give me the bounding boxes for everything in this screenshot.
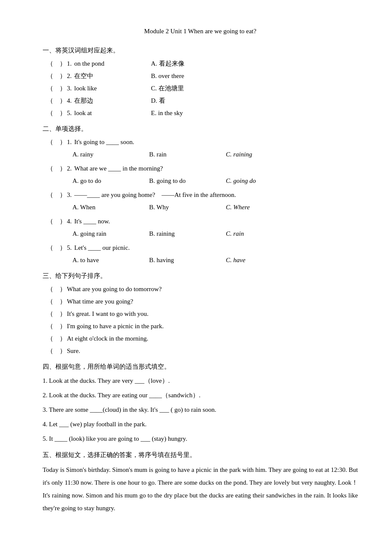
bracket-2-5: （ ） <box>47 242 66 254</box>
fill-3: 3. There are some ____(cloud) in the sky… <box>43 403 358 416</box>
match-left-3: look like <box>74 83 151 94</box>
order-row-4: （ ） I'm going to have a picnic in the pa… <box>43 321 358 332</box>
q2-2-choices: A. go to do B. going to do C. going do <box>43 175 358 187</box>
order-row-5: （ ） At eight o'clock in the morning. <box>43 333 358 344</box>
order-bracket-2: （ ） <box>47 296 66 307</box>
match-left-1: on the pond <box>74 58 151 69</box>
match-row-2: （ ） 2. 在空中 B. over there <box>43 70 358 82</box>
q2-3-choices: A. When B. Why C. Where <box>43 202 358 213</box>
section4-items: 1. Look at the ducks. They are very ___（… <box>43 374 358 445</box>
q2-4-text: It's ____ now. <box>74 216 110 227</box>
match-num-4: 4. <box>67 95 72 107</box>
q2-3-row: （ ） 3. ——____ are you going home? ——At f… <box>43 189 358 201</box>
bracket-2-3: （ ） <box>47 189 66 201</box>
bracket-3: （ ） <box>47 83 66 94</box>
bracket-1: （ ） <box>47 58 66 69</box>
order-text-6: Sure. <box>67 345 80 357</box>
choice-2-2-c: C. going do <box>226 175 303 187</box>
match-row-5: （ ） 5. look at E. in the sky <box>43 107 358 119</box>
q2-4-choices: A. going rain B. raining C. rain <box>43 228 358 240</box>
order-bracket-3: （ ） <box>47 308 66 320</box>
match-num-1: 1. <box>67 58 72 69</box>
match-num-2: 2. <box>67 70 72 82</box>
bracket-2-4: （ ） <box>47 216 66 227</box>
choice-2-5-b: B. having <box>149 254 226 266</box>
order-row-2: （ ） What time are you going? <box>43 296 358 307</box>
q2-4-row: （ ） 4. It's ____ now. <box>43 216 358 227</box>
q2-4-num: 4. <box>67 216 72 227</box>
match-num-5: 5. <box>67 107 72 119</box>
fill-5: 5. It ____ (look) like you are going to … <box>43 432 358 445</box>
choice-2-1-a: A. rainy <box>72 149 149 160</box>
choice-2-3-c: C. Where <box>226 202 303 213</box>
bracket-2-1: （ ） <box>47 136 66 148</box>
order-text-2: What time are you going? <box>67 296 133 307</box>
section2-title: 二、单项选择。 <box>43 123 358 135</box>
bracket-4: （ ） <box>47 95 66 107</box>
passage: Today is Simon's birthday. Simon's mum i… <box>43 463 358 515</box>
q2-1-choices: A. rainy B. rain C. raining <box>43 149 358 160</box>
order-row-3: （ ） It's great. I want to go with you. <box>43 308 358 320</box>
q2-1-text: It's going to ____ soon. <box>74 136 134 148</box>
q2-3-num: 3. <box>67 189 72 201</box>
q2-5-num: 5. <box>67 242 72 254</box>
section1-items: （ ） 1. on the pond A. 看起来像 （ ） 2. 在空中 B.… <box>43 58 358 119</box>
q2-2-row: （ ） 2. What are we ____ in the morning? <box>43 163 358 174</box>
q2-2-num: 2. <box>67 163 72 174</box>
choice-2-3-a: A. When <box>72 202 149 213</box>
match-row-4: （ ） 4. 在那边 D. 看 <box>43 95 358 107</box>
match-row-1: （ ） 1. on the pond A. 看起来像 <box>43 58 358 69</box>
choice-2-4-c: C. rain <box>226 228 303 240</box>
choice-2-1-b: B. rain <box>149 149 226 160</box>
choice-2-3-b: B. Why <box>149 202 226 213</box>
q2-5-row: （ ） 5. Let's ____ our picnic. <box>43 242 358 254</box>
match-right-5: E. in the sky <box>151 107 183 119</box>
choice-2-4-a: A. going rain <box>72 228 149 240</box>
choice-2-2-b: B. going to do <box>149 175 226 187</box>
match-num-3: 3. <box>67 83 72 94</box>
order-bracket-6: （ ） <box>47 345 66 357</box>
order-text-3: It's great. I want to go with you. <box>67 308 148 320</box>
order-text-4: I'm going to have a picnic in the park. <box>67 321 164 332</box>
q2-5-choices: A. to have B. having C. have <box>43 254 358 266</box>
section4-title: 四、根据句意，用所给单词的适当形式填空。 <box>43 361 358 373</box>
bracket-5: （ ） <box>47 107 66 119</box>
order-bracket-4: （ ） <box>47 321 66 332</box>
order-row-6: （ ） Sure. <box>43 345 358 357</box>
order-row-1: （ ） What are you going to do tomorrow? <box>43 283 358 295</box>
section2-items: （ ） 1. It's going to ____ soon. A. rainy… <box>43 136 358 266</box>
match-left-5: look at <box>74 107 151 119</box>
section3-items: （ ） What are you going to do tomorrow? （… <box>43 283 358 357</box>
bracket-2-2: （ ） <box>47 163 66 174</box>
section3-title: 三、给下列句子排序。 <box>43 270 358 282</box>
match-right-1: A. 看起来像 <box>151 58 184 69</box>
order-text-5: At eight o'clock in the morning. <box>67 333 148 344</box>
match-right-4: D. 看 <box>151 95 165 107</box>
fill-4: 4. Let ___ (we) play football in the par… <box>43 418 358 431</box>
order-bracket-5: （ ） <box>47 333 66 344</box>
q2-2-text: What are we ____ in the morning? <box>74 163 163 174</box>
section5-title: 五、根据短文，选择正确的答案，将序号填在括号里。 <box>43 449 358 461</box>
q2-1-row: （ ） 1. It's going to ____ soon. <box>43 136 358 148</box>
page-title: Module 2 Unit 1 When are we going to eat… <box>43 26 358 37</box>
choice-2-5-a: A. to have <box>72 254 149 266</box>
order-bracket-1: （ ） <box>47 283 66 295</box>
choice-2-5-c: C. have <box>226 254 303 266</box>
match-left-4: 在那边 <box>74 95 151 107</box>
choice-2-2-a: A. go to do <box>72 175 149 187</box>
fill-2: 2. Look at the ducks. They are eating ou… <box>43 389 358 402</box>
fill-1: 1. Look at the ducks. They are very ___（… <box>43 374 358 387</box>
match-right-3: C. 在池塘里 <box>151 83 184 94</box>
q2-5-text: Let's ____ our picnic. <box>74 242 130 254</box>
match-left-2: 在空中 <box>74 70 151 82</box>
q2-3-text: ——____ are you going home? ——At five in … <box>74 189 236 201</box>
match-row-3: （ ） 3. look like C. 在池塘里 <box>43 83 358 94</box>
choice-2-4-b: B. raining <box>149 228 226 240</box>
choice-2-1-c: C. raining <box>226 149 303 160</box>
match-right-2: B. over there <box>151 70 184 82</box>
section1-title: 一、将英汉词组对应起来。 <box>43 45 358 56</box>
order-text-1: What are you going to do tomorrow? <box>67 283 161 295</box>
q2-1-num: 1. <box>67 136 72 148</box>
bracket-2: （ ） <box>47 70 66 82</box>
